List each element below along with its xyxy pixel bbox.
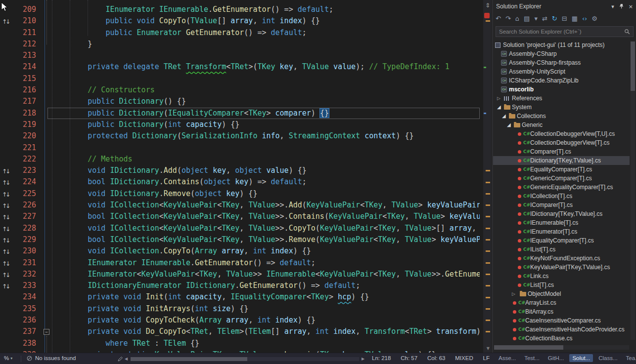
- tree-item[interactable]: C#CaseInsensitiveComparer.cs: [493, 316, 630, 325]
- code-line[interactable]: void IDictionary.Add(object key, object …: [47, 165, 480, 176]
- status-line[interactable]: Ln: 218: [372, 355, 391, 361]
- tree-item[interactable]: ◢Collections: [493, 112, 630, 121]
- glyph-cell[interactable]: ↑↓: [0, 200, 15, 211]
- expanded-arrow-icon[interactable]: ◢: [502, 112, 506, 121]
- line-number[interactable]: 216: [15, 84, 39, 96]
- implements-interface-icon[interactable]: ↑↓: [0, 202, 9, 209]
- tree-item[interactable]: C#mscorlib: [493, 85, 630, 94]
- code-line[interactable]: IEnumerator<KeyValuePair<TKey, TValue>> …: [47, 269, 480, 280]
- view-code-icon[interactable]: ‹›: [582, 15, 587, 23]
- implements-interface-icon[interactable]: ↑↓: [0, 179, 9, 186]
- code-line[interactable]: // Constructors: [47, 84, 480, 96]
- split-grip-icon[interactable]: ⇕: [485, 2, 490, 9]
- code-line[interactable]: void ICollection<KeyValuePair<TKey, TVal…: [47, 200, 480, 211]
- line-number[interactable]: 215: [15, 73, 39, 84]
- implements-interface-icon[interactable]: ↑↓: [0, 226, 9, 233]
- code-line[interactable]: private void CopyToCheck(Array array, in…: [47, 315, 480, 326]
- tree-item[interactable]: C#List[T].cs: [493, 281, 630, 289]
- glyph-cell[interactable]: ↑↓: [0, 245, 15, 257]
- line-number[interactable]: 224: [15, 176, 39, 188]
- line-number[interactable]: 229: [15, 234, 39, 245]
- explorer-vertical-scrollbar[interactable]: [631, 41, 635, 340]
- code-area[interactable]: IEnumerator IEnumerable.GetEnumerator() …: [47, 0, 480, 353]
- line-number[interactable]: 236: [15, 315, 39, 326]
- implements-interface-icon[interactable]: ↑↓: [0, 272, 9, 279]
- panel-tab-class[interactable]: Class...: [595, 354, 620, 362]
- tree-item[interactable]: C#IDictionary[TKey,TValue].cs: [493, 209, 630, 218]
- issues-indicator[interactable]: No issues found: [27, 355, 76, 361]
- tree-item[interactable]: ◢System: [493, 103, 630, 112]
- tree-item[interactable]: ▷ObjectModel: [493, 289, 630, 298]
- glyph-cell[interactable]: ↑↓: [0, 269, 15, 280]
- code-line[interactable]: void IDictionary.Remove(object key) {}: [47, 188, 480, 200]
- line-number[interactable]: 212: [15, 39, 39, 50]
- glyph-cell[interactable]: ↑↓: [0, 188, 15, 200]
- status-char[interactable]: Ch: 57: [401, 355, 417, 361]
- code-line[interactable]: private void Do_CopyTo<TRet, TElem>(TEle…: [47, 326, 480, 337]
- tree-item[interactable]: C#KeyValuePair[TKey,TValue].cs: [493, 263, 630, 272]
- tree-item[interactable]: C#BitArray.cs: [493, 307, 630, 316]
- code-line[interactable]: // Methods: [47, 154, 480, 165]
- code-line[interactable]: [47, 50, 480, 61]
- implements-interface-icon[interactable]: ↑↓: [0, 214, 9, 221]
- code-line[interactable]: private static KeyValuePair<TKey, TValue…: [47, 349, 480, 353]
- collapsed-arrow-icon[interactable]: ▷: [512, 289, 515, 298]
- line-number[interactable]: 233: [15, 280, 39, 291]
- code-line[interactable]: private void InitArrays(int size) {}: [47, 303, 480, 315]
- line-number[interactable]: 226: [15, 200, 39, 211]
- implements-interface-icon[interactable]: ↑↓: [0, 168, 9, 175]
- glyph-cell[interactable]: ↑↓: [0, 165, 15, 176]
- code-line[interactable]: IDictionaryEnumerator IDictionary.GetEnu…: [47, 280, 480, 291]
- line-number[interactable]: 223: [15, 165, 39, 176]
- tree-item[interactable]: C#ICollection[T].cs: [493, 192, 630, 201]
- code-line[interactable]: IEnumerator IEnumerable.GetEnumerator() …: [47, 4, 480, 15]
- line-number[interactable]: 238: [15, 338, 39, 349]
- home-icon[interactable]: ⌂: [515, 15, 519, 23]
- editor-horizontal-scrollbar[interactable]: [131, 357, 359, 361]
- code-line[interactable]: protected Dictionary(SerializationInfo i…: [47, 130, 480, 142]
- glyph-cell[interactable]: ↑↓: [0, 257, 15, 269]
- tree-item[interactable]: C#Comparer[T].cs: [493, 147, 630, 156]
- glyph-cell[interactable]: ↑↓: [0, 223, 15, 234]
- scroll-left-icon[interactable]: ◀: [125, 357, 128, 361]
- line-number[interactable]: 214: [15, 61, 39, 73]
- tree-item[interactable]: C#CollectionDebuggerView[T,U].cs: [493, 129, 630, 138]
- line-number[interactable]: 222: [15, 154, 39, 165]
- chevron-down-icon[interactable]: ▾: [534, 15, 538, 23]
- search-icon[interactable]: [624, 29, 630, 35]
- line-number[interactable]: 230: [15, 245, 39, 257]
- close-icon[interactable]: ×: [629, 4, 633, 9]
- refresh-icon[interactable]: ↻: [552, 15, 557, 23]
- tree-item[interactable]: C#ICSharpCode.SharpZipLib: [493, 76, 630, 85]
- show-all-files-icon[interactable]: ▦: [572, 15, 578, 23]
- tree-item[interactable]: C#GenericComparer[T].cs: [493, 174, 630, 183]
- line-number[interactable]: 228: [15, 223, 39, 234]
- collapse-all-icon[interactable]: ⊟: [562, 15, 567, 23]
- pin-icon[interactable]: [619, 3, 624, 10]
- line-number[interactable]: 225: [15, 188, 39, 200]
- line-number[interactable]: 210: [15, 15, 39, 27]
- edit-pencil-icon[interactable]: [118, 356, 123, 362]
- navigate-back-icon[interactable]: ↶: [496, 15, 501, 23]
- panel-tab-test[interactable]: Test...: [521, 354, 543, 362]
- code-line[interactable]: bool ICollection<KeyValuePair<TKey, TVal…: [47, 211, 480, 222]
- properties-icon[interactable]: ⚙: [591, 15, 597, 23]
- status-line-endings[interactable]: MIXED: [455, 355, 473, 361]
- code-line[interactable]: public Dictionary(IEqualityComparer<TKey…: [47, 108, 480, 119]
- search-input[interactable]: Search Solution Explorer (Ctrl+`): [496, 26, 634, 37]
- tree-item[interactable]: C#IEnumerator[T].cs: [493, 227, 630, 236]
- sync-with-active-document-icon[interactable]: ⇄: [542, 15, 547, 23]
- implements-interface-icon[interactable]: ↑↓: [0, 260, 9, 267]
- code-line[interactable]: public Dictionary() {}: [47, 96, 480, 107]
- code-line[interactable]: private void Init(int capacity, IEqualit…: [47, 291, 480, 303]
- line-number[interactable]: 237: [15, 326, 39, 337]
- glyph-cell[interactable]: ↑↓: [0, 176, 15, 188]
- line-number[interactable]: 239: [15, 349, 39, 353]
- line-number[interactable]: 217: [15, 96, 39, 107]
- panel-tab-gith[interactable]: GitH...: [545, 354, 567, 362]
- tree-item[interactable]: C#GenericEqualityComparer[T].cs: [493, 183, 630, 192]
- code-line[interactable]: public Enumerator GetEnumerator() => def…: [47, 27, 480, 39]
- line-number[interactable]: 232: [15, 269, 39, 280]
- code-line[interactable]: }: [47, 39, 480, 50]
- fold-collapse-button[interactable]: −: [44, 329, 49, 335]
